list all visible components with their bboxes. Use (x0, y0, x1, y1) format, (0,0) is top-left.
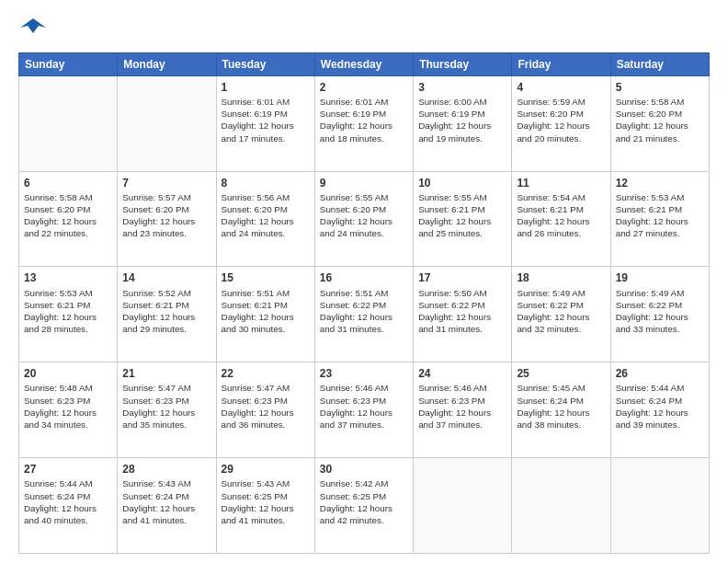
day-info: Sunrise: 5:53 AMSunset: 6:21 PMDaylight:… (24, 287, 112, 336)
calendar-cell: 1Sunrise: 6:01 AMSunset: 6:19 PMDaylight… (216, 75, 314, 171)
day-info: Sunrise: 5:46 AMSunset: 6:23 PMDaylight:… (418, 382, 506, 431)
day-info: Sunrise: 5:51 AMSunset: 6:21 PMDaylight:… (222, 287, 310, 336)
calendar-cell (610, 458, 709, 554)
calendar-cell: 5Sunrise: 5:58 AMSunset: 6:20 PMDaylight… (610, 75, 709, 171)
day-number: 6 (24, 176, 112, 190)
calendar-cell: 19Sunrise: 5:49 AMSunset: 6:22 PMDayligh… (610, 267, 709, 362)
day-number: 9 (320, 176, 408, 190)
calendar-cell: 16Sunrise: 5:51 AMSunset: 6:22 PMDayligh… (314, 267, 413, 362)
day-number: 11 (517, 176, 605, 190)
day-number: 10 (418, 176, 506, 190)
logo-bird-icon (20, 15, 46, 40)
calendar-table: SundayMondayTuesdayWednesdayThursdayFrid… (18, 52, 710, 554)
week-row-4: 20Sunrise: 5:48 AMSunset: 6:23 PMDayligh… (19, 362, 710, 458)
calendar-cell: 4Sunrise: 5:59 AMSunset: 6:20 PMDaylight… (512, 75, 610, 171)
day-header-monday: Monday (118, 52, 216, 75)
calendar-cell: 3Sunrise: 6:00 AMSunset: 6:19 PMDaylight… (414, 75, 512, 171)
week-row-5: 27Sunrise: 5:44 AMSunset: 6:24 PMDayligh… (19, 458, 710, 554)
calendar-cell: 28Sunrise: 5:43 AMSunset: 6:24 PMDayligh… (118, 458, 216, 554)
day-info: Sunrise: 5:57 AMSunset: 6:20 PMDaylight:… (122, 191, 210, 240)
day-info: Sunrise: 6:01 AMSunset: 6:19 PMDaylight:… (320, 96, 408, 144)
calendar-cell (414, 458, 512, 554)
calendar-cell: 20Sunrise: 5:48 AMSunset: 6:23 PMDayligh… (19, 362, 118, 458)
calendar-cell: 9Sunrise: 5:55 AMSunset: 6:20 PMDaylight… (314, 171, 413, 267)
day-number: 17 (418, 270, 506, 285)
day-header-sunday: Sunday (19, 52, 118, 75)
day-number: 25 (517, 366, 605, 381)
day-info: Sunrise: 5:44 AMSunset: 6:24 PMDaylight:… (616, 382, 704, 431)
svg-marker-0 (20, 18, 46, 33)
calendar-cell: 10Sunrise: 5:55 AMSunset: 6:21 PMDayligh… (414, 171, 512, 267)
day-info: Sunrise: 5:43 AMSunset: 6:24 PMDaylight:… (122, 477, 210, 526)
day-info: Sunrise: 5:56 AMSunset: 6:20 PMDaylight:… (222, 191, 310, 240)
calendar-body: 1Sunrise: 6:01 AMSunset: 6:19 PMDaylight… (19, 75, 710, 553)
day-number: 20 (24, 366, 112, 381)
calendar-cell: 25Sunrise: 5:45 AMSunset: 6:24 PMDayligh… (512, 362, 610, 458)
day-info: Sunrise: 5:51 AMSunset: 6:22 PMDaylight:… (320, 287, 408, 336)
day-info: Sunrise: 5:55 AMSunset: 6:20 PMDaylight:… (320, 191, 408, 240)
calendar-cell: 22Sunrise: 5:47 AMSunset: 6:23 PMDayligh… (216, 362, 314, 458)
calendar-cell: 23Sunrise: 5:46 AMSunset: 6:23 PMDayligh… (314, 362, 413, 458)
day-number: 19 (616, 270, 704, 285)
calendar-cell (512, 458, 610, 554)
calendar-cell: 17Sunrise: 5:50 AMSunset: 6:22 PMDayligh… (414, 267, 512, 362)
day-info: Sunrise: 5:53 AMSunset: 6:21 PMDaylight:… (616, 191, 704, 240)
day-number: 28 (122, 462, 210, 477)
day-number: 8 (222, 176, 310, 190)
calendar-cell: 12Sunrise: 5:53 AMSunset: 6:21 PMDayligh… (610, 171, 709, 267)
calendar-header: SundayMondayTuesdayWednesdayThursdayFrid… (19, 52, 710, 75)
calendar-cell (19, 75, 118, 171)
calendar-cell: 13Sunrise: 5:53 AMSunset: 6:21 PMDayligh… (19, 267, 118, 362)
day-header-friday: Friday (512, 52, 610, 75)
day-info: Sunrise: 5:58 AMSunset: 6:20 PMDaylight:… (24, 191, 112, 240)
day-info: Sunrise: 6:00 AMSunset: 6:19 PMDaylight:… (418, 96, 506, 144)
calendar-cell: 21Sunrise: 5:47 AMSunset: 6:23 PMDayligh… (118, 362, 216, 458)
day-info: Sunrise: 5:47 AMSunset: 6:23 PMDaylight:… (222, 382, 310, 431)
day-number: 15 (222, 270, 310, 285)
day-number: 4 (517, 80, 605, 95)
day-info: Sunrise: 5:48 AMSunset: 6:23 PMDaylight:… (24, 382, 112, 431)
day-number: 22 (222, 366, 310, 381)
day-header-tuesday: Tuesday (216, 52, 314, 75)
day-info: Sunrise: 5:47 AMSunset: 6:23 PMDaylight:… (122, 382, 210, 431)
page: SundayMondayTuesdayWednesdayThursdayFrid… (0, 0, 728, 563)
day-header-wednesday: Wednesday (314, 52, 413, 75)
calendar-cell: 14Sunrise: 5:52 AMSunset: 6:21 PMDayligh… (118, 267, 216, 362)
logo (18, 15, 46, 45)
day-number: 7 (122, 176, 210, 190)
day-info: Sunrise: 5:44 AMSunset: 6:24 PMDaylight:… (24, 477, 112, 526)
calendar-cell: 11Sunrise: 5:54 AMSunset: 6:21 PMDayligh… (512, 171, 610, 267)
logo-text-block (18, 15, 46, 45)
day-number: 5 (616, 80, 704, 95)
calendar-cell: 29Sunrise: 5:43 AMSunset: 6:25 PMDayligh… (216, 458, 314, 554)
day-number: 3 (418, 80, 506, 95)
day-header-thursday: Thursday (414, 52, 512, 75)
calendar-cell: 27Sunrise: 5:44 AMSunset: 6:24 PMDayligh… (19, 458, 118, 554)
day-number: 30 (320, 462, 408, 477)
calendar-cell: 7Sunrise: 5:57 AMSunset: 6:20 PMDaylight… (118, 171, 216, 267)
day-info: Sunrise: 5:46 AMSunset: 6:23 PMDaylight:… (320, 382, 408, 431)
day-info: Sunrise: 5:58 AMSunset: 6:20 PMDaylight:… (616, 96, 704, 144)
day-number: 16 (320, 270, 408, 285)
day-info: Sunrise: 5:55 AMSunset: 6:21 PMDaylight:… (418, 191, 506, 240)
calendar-cell: 2Sunrise: 6:01 AMSunset: 6:19 PMDaylight… (314, 75, 413, 171)
day-number: 26 (616, 366, 704, 381)
day-number: 2 (320, 80, 408, 95)
day-info: Sunrise: 5:49 AMSunset: 6:22 PMDaylight:… (517, 287, 605, 336)
day-number: 27 (24, 462, 112, 477)
header (18, 15, 710, 45)
day-header-saturday: Saturday (610, 52, 709, 75)
day-number: 23 (320, 366, 408, 381)
day-info: Sunrise: 5:50 AMSunset: 6:22 PMDaylight:… (418, 287, 506, 336)
calendar-cell: 18Sunrise: 5:49 AMSunset: 6:22 PMDayligh… (512, 267, 610, 362)
calendar-cell: 6Sunrise: 5:58 AMSunset: 6:20 PMDaylight… (19, 171, 118, 267)
day-number: 1 (222, 80, 310, 95)
day-number: 21 (122, 366, 210, 381)
day-number: 29 (222, 462, 310, 477)
day-info: Sunrise: 5:49 AMSunset: 6:22 PMDaylight:… (616, 287, 704, 336)
day-info: Sunrise: 5:59 AMSunset: 6:20 PMDaylight:… (517, 96, 605, 144)
calendar-cell (118, 75, 216, 171)
week-row-2: 6Sunrise: 5:58 AMSunset: 6:20 PMDaylight… (19, 171, 710, 267)
day-number: 18 (517, 270, 605, 285)
week-row-1: 1Sunrise: 6:01 AMSunset: 6:19 PMDaylight… (19, 75, 710, 171)
